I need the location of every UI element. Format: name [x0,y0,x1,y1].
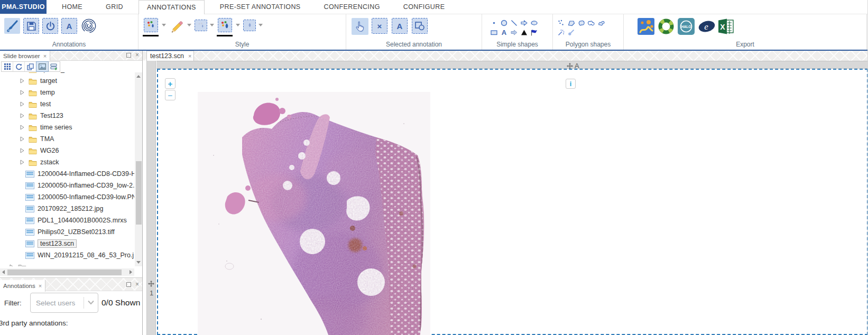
move-handle-icon[interactable] [148,281,154,287]
line-opacity-button[interactable] [195,20,207,31]
fill-color-button[interactable] [218,18,232,32]
slide-info-button[interactable]: i [566,79,576,89]
menu-configure[interactable]: CONFIGURE [395,0,453,14]
fill-color-dropdown[interactable] [236,24,240,26]
expander-icon[interactable] [20,113,24,118]
tree-folder-target[interactable]: target [0,75,134,87]
scroll-right-icon[interactable] [130,270,132,274]
tree-file-row[interactable]: WIN_20191215_08_46_53_Pro.j [0,249,134,261]
tree-folder-temp[interactable]: temp [0,87,134,98]
closed-freehand-shape-button[interactable] [576,18,586,27]
select-users-dropdown[interactable]: Select users [30,293,98,313]
horizontal-scroll-thumb[interactable] [7,269,122,275]
tree-vertical-scrollbar[interactable] [135,72,142,266]
image-view-button[interactable] [36,62,48,71]
rectangle-shape-button[interactable] [489,28,499,36]
expander-icon[interactable] [10,264,14,266]
maximize-icon[interactable] [126,282,131,287]
close-panel-icon[interactable]: × [135,282,139,287]
vertical-scroll-thumb[interactable] [136,161,142,225]
tree-folder-test[interactable]: test [0,98,134,110]
export-excel-button[interactable]: X [718,18,735,35]
tree-file-row[interactable]: 12000044-Inflamed-CD8-CD39-H [0,168,134,180]
tree-file-row[interactable]: 12000050-Inflamed-CD39-low.PN [0,191,134,203]
annotations-tab[interactable]: Annotations × [0,280,45,292]
ellipse-shape-button[interactable] [529,18,539,27]
tree-folder-wg26[interactable]: WG26 [0,145,134,156]
line-opacity-dropdown[interactable] [210,24,214,26]
expander-icon[interactable] [20,125,24,130]
line-color-dropdown[interactable] [162,24,166,26]
arrow-filled-shape-button[interactable] [509,28,519,36]
compound-freehand-shape-button[interactable] [586,18,596,27]
select-annotation-button[interactable] [352,18,368,35]
export-halo-button[interactable]: HALO [678,18,695,35]
tree-folder-tma[interactable]: TMA [0,133,134,145]
open-copy-button[interactable] [25,62,36,71]
tree-folder-time-series[interactable]: time series [0,122,134,133]
slide-browser-close-icon[interactable]: × [43,53,47,59]
tree-file-row[interactable]: 20170922_185212.jpg [0,203,134,215]
menu-annotations[interactable]: ANNOTATIONS [138,0,205,14]
arrow-outline-shape-button[interactable] [519,18,529,27]
fill-opacity-dropdown[interactable] [258,24,263,26]
export-evaluation-button[interactable]: e [698,18,715,35]
tree-folder-partial[interactable] [0,261,134,266]
move-handle-icon[interactable] [567,63,573,69]
slide-browser-tab[interactable]: Slide browser × [0,51,50,61]
tree-folder-zstack[interactable]: zstack [0,156,134,168]
expander-icon[interactable] [20,160,24,165]
toggle-annotations-button[interactable] [42,18,58,34]
fingerprint-button[interactable] [79,18,98,34]
point-shape-button[interactable] [489,18,499,27]
scroll-down-icon[interactable] [136,261,141,264]
viewer-tab-test123[interactable]: test123.scn × [146,51,194,61]
scroll-up-icon[interactable] [136,75,141,78]
maximize-icon[interactable] [126,53,131,58]
expander-icon[interactable] [20,148,24,153]
menu-conferencing[interactable]: CONFERENCING [316,0,388,14]
edit-shape-button[interactable] [412,18,428,34]
label-annotation-button[interactable]: A [392,18,408,34]
scroll-left-icon[interactable] [2,270,5,274]
triangle-shape-button[interactable] [519,28,529,36]
zoom-in-button[interactable]: + [165,78,176,89]
line-shape-button[interactable] [509,18,519,27]
zoom-out-button[interactable]: − [165,90,176,100]
menu-home[interactable]: HOME [54,0,90,14]
polygon-shape-button[interactable] [566,18,576,27]
tree-folder-test123[interactable]: Test123 [0,110,134,122]
tree-horizontal-scrollbar[interactable] [0,268,134,276]
expander-icon[interactable] [20,101,24,107]
freehand-shape-button[interactable] [596,18,606,27]
annotations-close-icon[interactable]: × [39,283,42,289]
slide-viewport[interactable]: + − i [157,69,868,335]
tree-file-row[interactable]: 12000050-inflamed-CD39_low-2. [0,180,134,191]
tree-file-row[interactable]: Philips02_UZBSet0213.tiff [0,226,134,238]
thumbnail-grid-button[interactable] [2,62,13,71]
server-add-button[interactable] [48,62,60,71]
fill-opacity-button[interactable] [243,20,256,31]
tree-file-row-selected[interactable]: test123.scn [0,238,134,249]
expander-icon[interactable] [20,136,24,142]
expander-icon[interactable] [20,90,24,95]
export-definiens-button[interactable] [658,18,675,35]
menu-preset-annotations[interactable]: PRE-SET ANNOTATIONS [212,0,309,14]
text-shape-button[interactable]: A [499,28,509,36]
text-annotation-button[interactable]: A [61,18,77,34]
flag-shape-button[interactable] [529,28,539,36]
close-panel-icon[interactable]: × [135,53,139,58]
circle-shape-button[interactable] [499,18,509,27]
export-image-analysis-button[interactable] [638,18,654,35]
line-color-button[interactable] [144,18,158,32]
expander-icon[interactable] [20,78,24,83]
round-brush-button[interactable] [566,28,576,36]
pencil-style-dropdown[interactable] [187,24,191,26]
tree-file-row[interactable]: PDL1_10440001B0002S.mrxs [0,215,134,226]
save-annotations-button[interactable] [23,18,39,34]
menu-grid[interactable]: GRID [98,0,131,14]
refresh-button[interactable] [13,62,25,71]
multipoint-shape-button[interactable] [556,18,566,27]
magic-wand-button[interactable] [556,28,566,36]
delete-annotation-button[interactable]: × [372,18,387,34]
